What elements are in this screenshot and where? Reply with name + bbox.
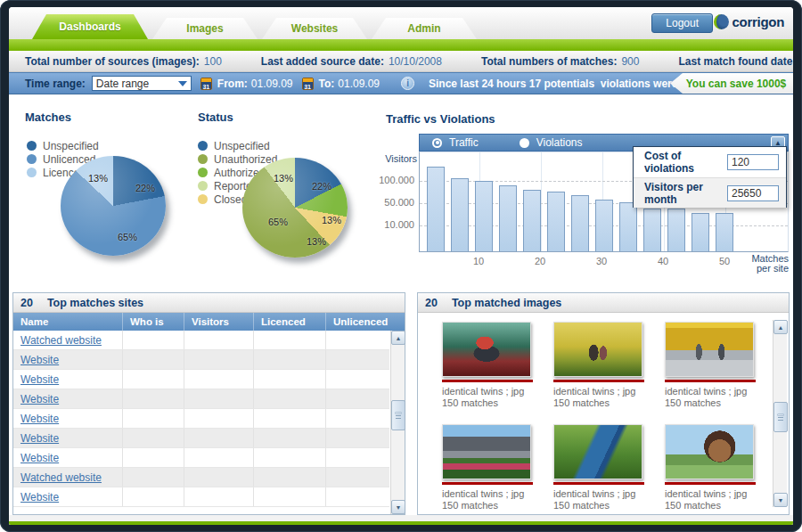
- traffic-radio-label[interactable]: Traffic: [449, 136, 479, 149]
- traffic-radio-selected[interactable]: [432, 138, 442, 148]
- scrollbar-thumb[interactable]: [773, 402, 788, 432]
- legend-label: Unspecified: [214, 140, 270, 152]
- chart-settings-popup: Cost of violations Visitors per month: [633, 146, 787, 208]
- table-row: Website: [13, 409, 389, 429]
- to-label: To:: [319, 78, 335, 90]
- matched-image-thumbnail[interactable]: [553, 424, 642, 479]
- table-row: Website: [13, 370, 389, 389]
- column-header-visitors[interactable]: Visitors: [184, 313, 254, 331]
- tab-admin[interactable]: Admin: [372, 18, 477, 39]
- legend-color-dot: [27, 141, 37, 151]
- matched-image-thumbnail[interactable]: [442, 424, 531, 479]
- unlicenced-cell: [326, 370, 389, 389]
- visitors-cell: [184, 429, 254, 447]
- whois-cell: [123, 487, 184, 506]
- popup-row: Cost of violations: [634, 147, 786, 177]
- sites-panel-header: 20 Top matches sites: [13, 293, 405, 313]
- column-header-whois[interactable]: Who is: [123, 313, 184, 331]
- images-panel-title: Top matched images: [452, 297, 561, 309]
- y-tick: 50.000: [352, 197, 414, 208]
- matched-image-thumbnail[interactable]: [553, 322, 642, 377]
- name-cell: Website: [13, 409, 123, 428]
- cost-of-violations-label: Cost of violations: [644, 150, 727, 175]
- traffic-bar: [595, 200, 613, 251]
- table-row: Website: [13, 389, 389, 409]
- scroll-down-icon[interactable]: ▼: [391, 500, 405, 514]
- visitors-per-month-label: Visitors per month: [644, 181, 727, 206]
- matched-image-card[interactable]: identical twins ; jpg150 matches: [553, 424, 651, 511]
- x-tick: 30: [590, 256, 613, 266]
- to-value[interactable]: 01.09.09: [338, 78, 380, 90]
- legend-color-dot: [198, 181, 208, 191]
- column-header-unlicenced[interactable]: Unlicenced: [326, 313, 405, 331]
- tab-dashboards[interactable]: Dashboards: [32, 14, 148, 39]
- tab-websites[interactable]: Websites: [262, 18, 367, 39]
- pie-slice-label: 65%: [118, 232, 137, 242]
- status-pie-chart: 22% 13% 13% 65% 13%: [242, 158, 348, 258]
- green-accent-bar: [9, 39, 793, 51]
- whois-cell: [123, 370, 184, 389]
- name-cell: Website: [13, 389, 123, 408]
- matched-image-thumbnail[interactable]: [665, 424, 754, 479]
- name-cell: Website: [13, 487, 123, 506]
- cost-of-violations-input[interactable]: [727, 154, 779, 170]
- x-tick: 40: [651, 256, 675, 266]
- matched-image-card[interactable]: identical twins ; jpg150 matches: [665, 424, 763, 511]
- unlicenced-cell: [326, 350, 389, 369]
- licenced-cell: [254, 487, 326, 506]
- info-icon[interactable]: i: [401, 77, 414, 90]
- matches-pie-chart: 22% 65% 13%: [61, 156, 166, 256]
- sites-count: 20: [20, 297, 33, 309]
- site-link[interactable]: Website: [20, 413, 59, 425]
- tab-images[interactable]: Images: [152, 18, 258, 39]
- scrollbar-thumb[interactable]: [391, 400, 405, 430]
- from-value[interactable]: 01.09.09: [251, 78, 293, 90]
- violations-radio-label[interactable]: Violations: [536, 136, 583, 149]
- site-link[interactable]: Website: [20, 393, 59, 405]
- sites-scrollbar[interactable]: ▲ ▼: [390, 331, 405, 514]
- visitors-per-month-input[interactable]: [727, 185, 779, 201]
- site-link[interactable]: Website: [20, 452, 59, 464]
- matches-section-title: Matches: [25, 110, 71, 124]
- column-header-licenced[interactable]: Licenced: [254, 313, 326, 331]
- whois-cell: [123, 468, 184, 487]
- chevron-down-icon: [178, 81, 187, 86]
- scroll-down-icon[interactable]: ▼: [773, 493, 788, 507]
- site-link[interactable]: Website: [20, 354, 59, 366]
- column-header-name[interactable]: Name: [13, 313, 123, 331]
- image-caption: identical twins ; jpg: [442, 387, 540, 397]
- site-link[interactable]: Watched website: [20, 334, 102, 347]
- calendar-icon[interactable]: 31: [302, 78, 314, 90]
- unlicenced-cell: [326, 331, 389, 349]
- unlicenced-cell: [326, 487, 389, 506]
- images-scrollbar[interactable]: ▲ ▼: [773, 320, 787, 507]
- site-link[interactable]: Website: [20, 373, 59, 386]
- logout-button[interactable]: Logout: [651, 13, 713, 33]
- whois-cell: [123, 331, 184, 349]
- licenced-cell: [254, 331, 326, 349]
- footer-bar: [9, 515, 793, 525]
- y-tick: 100.000: [352, 175, 414, 185]
- scroll-up-icon[interactable]: ▲: [773, 320, 788, 334]
- matched-image-thumbnail[interactable]: [665, 322, 754, 377]
- licenced-cell: [254, 350, 326, 369]
- violations-radio[interactable]: [520, 138, 529, 148]
- pie-slice-label: 13%: [307, 236, 326, 247]
- site-link[interactable]: Website: [20, 432, 59, 445]
- date-range-value: Date range: [96, 78, 149, 90]
- calendar-icon[interactable]: 31: [200, 78, 212, 90]
- matched-image-card[interactable]: identical twins ; jpg150 matches: [442, 322, 540, 408]
- image-match-count: 150 matches: [442, 398, 540, 408]
- licenced-cell: [254, 429, 326, 447]
- matched-image-card[interactable]: identical twins ; jpg150 matches: [553, 322, 651, 408]
- matched-image-thumbnail[interactable]: [442, 322, 531, 377]
- date-range-select[interactable]: Date range: [92, 76, 192, 91]
- matched-image-card[interactable]: identical twins ; jpg150 matches: [442, 424, 540, 511]
- legend-color-dot: [198, 194, 208, 204]
- matched-image-card[interactable]: identical twins ; jpg150 matches: [665, 322, 763, 408]
- scroll-up-icon[interactable]: ▲: [391, 331, 405, 345]
- name-cell: Website: [13, 448, 123, 467]
- visitors-cell: [184, 389, 254, 408]
- site-link[interactable]: Website: [20, 491, 59, 503]
- site-link[interactable]: Watched website: [20, 471, 102, 484]
